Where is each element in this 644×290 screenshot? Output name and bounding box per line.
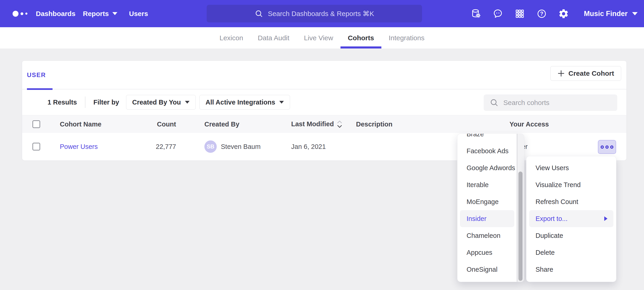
col-cohort-name: Cohort Name [60, 120, 102, 128]
sort-icon [336, 120, 342, 128]
chevron-down-icon [279, 101, 284, 104]
col-your-access: Your Access [510, 120, 549, 128]
filter-integrations-dropdown[interactable]: All Active Integrations [199, 95, 290, 109]
nav-item-dashboards[interactable]: Dashboards [36, 0, 75, 27]
chevron-down-icon [632, 12, 638, 15]
nav-item-label: Users [129, 10, 148, 18]
settings-gear-icon[interactable] [558, 9, 569, 19]
dropdown-label: Created By You [132, 99, 181, 106]
ellipsis-dot-icon [600, 146, 604, 149]
create-cohort-label: Create Cohort [568, 70, 614, 77]
menu-item-visualize-trend[interactable]: Visualize Trend [526, 176, 616, 193]
cohorts-panel: USER Create Cohort 1 Results Filter by C… [22, 61, 627, 160]
tab-label: USER [27, 72, 46, 79]
row-actions-button[interactable] [598, 140, 616, 154]
dropdown-label: All Active Integrations [206, 99, 275, 106]
cohort-count: 22,777 [127, 143, 176, 151]
menu-item-share[interactable]: Share [526, 261, 616, 278]
top-nav: Dashboards Reports Users Search Dashboar… [0, 0, 644, 27]
svg-text:?: ? [540, 11, 543, 17]
col-description: Description [356, 120, 392, 128]
menu-item-delete[interactable]: Delete [526, 244, 616, 261]
data-management-icon[interactable] [471, 9, 481, 19]
submenu-item-braze[interactable]: Braze [458, 134, 517, 142]
project-switcher[interactable]: Music Finder [584, 10, 638, 18]
submenu-item-insider[interactable]: Insider [460, 210, 514, 227]
avatar: SB [204, 140, 217, 153]
menu-item-duplicate[interactable]: Duplicate [526, 227, 616, 244]
apps-grid-icon[interactable] [514, 9, 525, 19]
created-by-cell: SB Steven Baum [204, 140, 260, 153]
help-icon[interactable]: ? [536, 9, 547, 19]
filter-created-by-dropdown[interactable]: Created By You [126, 95, 196, 109]
tab-label: Live View [304, 34, 333, 42]
tab-user-cohorts[interactable]: USER [27, 61, 46, 89]
export-destinations-list: Braze Facebook Ads Google Adwords Iterab… [458, 134, 517, 278]
select-all-checkbox[interactable] [32, 120, 40, 128]
col-count: Count [127, 120, 176, 128]
menu-item-refresh-count[interactable]: Refresh Count [526, 193, 616, 210]
global-search-input[interactable]: Search Dashboards & Reports ⌘K [207, 5, 422, 22]
menu-item-view-users[interactable]: View Users [526, 160, 616, 176]
filter-by-label: Filter by [94, 99, 119, 106]
search-cohorts-placeholder: Search cohorts [503, 99, 550, 107]
create-cohort-button[interactable]: Create Cohort [550, 66, 621, 81]
submenu-item-chameleon[interactable]: Chameleon [458, 227, 517, 244]
submenu-item-iterable[interactable]: Iterable [458, 176, 517, 193]
project-name: Music Finder [584, 10, 628, 18]
submenu-item-onesignal[interactable]: OneSignal [458, 261, 517, 278]
filter-row: 1 Results Filter by Created By You All A… [22, 89, 626, 115]
tab-integrations[interactable]: Integrations [382, 27, 432, 49]
nav-item-label: Dashboards [36, 10, 75, 18]
ellipsis-dot-icon [610, 146, 614, 149]
cohort-name-link[interactable]: Power Users [60, 143, 98, 151]
nav-item-label: Reports [83, 10, 109, 18]
export-destinations-submenu: Braze Facebook Ads Google Adwords Iterab… [458, 134, 524, 282]
col-label: Last Modified [291, 120, 334, 128]
submenu-item-facebook-ads[interactable]: Facebook Ads [458, 142, 517, 160]
tab-label: Lexicon [220, 34, 243, 42]
ellipsis-dot-icon [606, 146, 608, 149]
tab-lexicon[interactable]: Lexicon [212, 27, 250, 49]
nav-item-reports[interactable]: Reports [83, 0, 118, 27]
search-icon [255, 9, 263, 18]
row-checkbox[interactable] [32, 143, 40, 151]
tab-live-view[interactable]: Live View [297, 27, 340, 49]
section-tabbar: Lexicon Data Audit Live View Cohorts Int… [0, 27, 644, 49]
submenu-scrollbar-thumb[interactable] [518, 172, 522, 281]
col-last-modified[interactable]: Last Modified [291, 120, 342, 128]
created-by-name: Steven Baum [221, 143, 260, 151]
table-header: Cohort Name Count Created By Last Modifi… [22, 115, 626, 133]
divider [85, 96, 86, 108]
plus-icon [558, 70, 565, 77]
last-modified-cell: Jan 6, 2021 [291, 143, 326, 151]
tab-data-audit[interactable]: Data Audit [250, 27, 297, 49]
logo-dots-icon [12, 0, 28, 27]
tab-label: Cohorts [348, 34, 374, 42]
chevron-down-icon [112, 12, 118, 15]
submenu-item-moengage[interactable]: MoEngage [458, 193, 517, 210]
cohort-type-tabs: USER Create Cohort [22, 61, 626, 89]
col-created-by: Created By [204, 120, 239, 128]
chevron-down-icon [185, 101, 190, 104]
search-icon [490, 98, 499, 107]
search-cohorts-input[interactable]: Search cohorts [484, 94, 617, 111]
results-count: 1 Results [48, 99, 77, 106]
menu-item-label: Export to... [536, 215, 568, 223]
tab-label: Integrations [389, 34, 424, 42]
tab-label: Data Audit [258, 34, 289, 42]
nav-item-users[interactable]: Users [129, 0, 148, 27]
row-context-menu: View Users Visualize Trend Refresh Count… [526, 156, 616, 282]
submenu-item-google-adwords[interactable]: Google Adwords [458, 160, 517, 176]
feedback-icon[interactable] [492, 9, 503, 19]
menu-item-export-to[interactable]: Export to... [529, 210, 614, 227]
submenu-item-appcues[interactable]: Appcues [458, 244, 517, 261]
submenu-arrow-icon [604, 216, 608, 221]
global-search-placeholder: Search Dashboards & Reports ⌘K [268, 10, 374, 18]
tab-cohorts[interactable]: Cohorts [340, 27, 382, 49]
